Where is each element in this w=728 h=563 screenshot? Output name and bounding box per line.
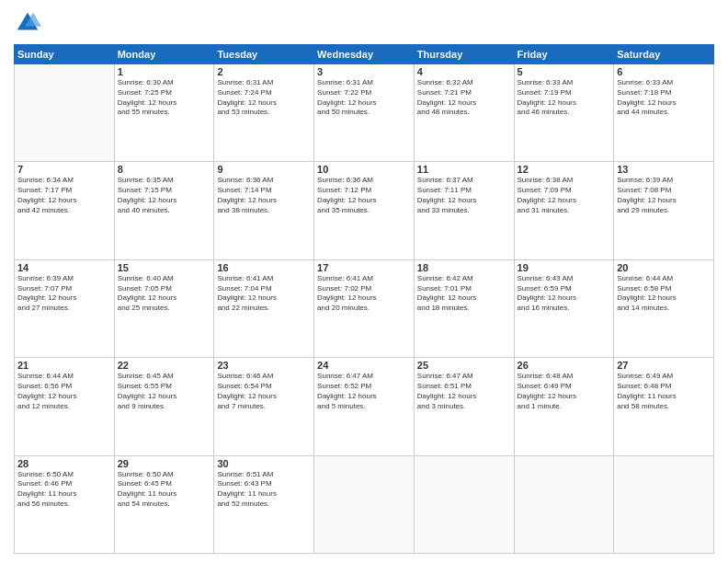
day-number: 10 — [317, 164, 411, 175]
day-info-line: Sunrise: 6:36 AM — [217, 176, 273, 184]
col-sunday: Sunday — [15, 45, 115, 64]
day-number: 5 — [518, 66, 611, 77]
day-info: Sunrise: 6:48 AMSunset: 6:49 PMDaylight:… — [518, 372, 611, 411]
table-row: 18Sunrise: 6:42 AMSunset: 7:01 PMDayligh… — [414, 259, 514, 357]
day-info-line: and 1 minute. — [518, 402, 562, 410]
day-info-line: Sunset: 7:05 PM — [118, 284, 172, 293]
calendar-week-row: 14Sunrise: 6:39 AMSunset: 7:07 PMDayligh… — [15, 259, 714, 357]
day-info-line: Daylight: 11 hours — [17, 489, 76, 498]
day-info: Sunrise: 6:37 AMSunset: 7:11 PMDaylight:… — [417, 176, 511, 215]
day-info-line: Sunrise: 6:39 AM — [17, 274, 74, 282]
table-row: 1Sunrise: 6:30 AMSunset: 7:25 PMDaylight… — [114, 64, 214, 162]
day-info-line: Daylight: 12 hours — [518, 98, 576, 107]
table-row: 26Sunrise: 6:48 AMSunset: 6:49 PMDayligh… — [514, 358, 614, 455]
day-number: 24 — [317, 360, 411, 371]
table-row: 2Sunrise: 6:31 AMSunset: 7:24 PMDaylight… — [214, 64, 314, 162]
day-info-line: Daylight: 12 hours — [617, 98, 676, 107]
day-info-line: Sunrise: 6:47 AM — [417, 372, 473, 380]
table-row — [314, 455, 415, 553]
day-info-line: Daylight: 12 hours — [217, 293, 276, 302]
day-info-line: Sunset: 7:11 PM — [417, 186, 472, 194]
table-row — [514, 455, 614, 553]
day-number: 6 — [617, 66, 711, 77]
day-info: Sunrise: 6:31 AMSunset: 7:24 PMDaylight:… — [217, 78, 311, 118]
day-info-line: and 55 minutes. — [118, 108, 170, 116]
day-info-line: and 38 minutes. — [217, 206, 269, 214]
day-info-line: and 46 minutes. — [518, 108, 570, 116]
day-info-line: Sunset: 7:08 PM — [617, 186, 671, 194]
day-number: 7 — [17, 164, 111, 175]
day-info-line: and 48 minutes. — [417, 108, 470, 116]
day-info: Sunrise: 6:47 AMSunset: 6:51 PMDaylight:… — [417, 372, 511, 411]
day-info: Sunrise: 6:36 AMSunset: 7:12 PMDaylight:… — [317, 176, 411, 215]
day-number: 28 — [17, 458, 111, 469]
table-row: 29Sunrise: 6:50 AMSunset: 6:45 PMDayligh… — [114, 455, 214, 553]
day-info-line: and 3 minutes. — [417, 402, 465, 410]
day-info: Sunrise: 6:40 AMSunset: 7:05 PMDaylight:… — [118, 274, 211, 314]
day-info-line: Daylight: 12 hours — [118, 392, 176, 400]
col-saturday: Saturday — [614, 45, 714, 64]
day-info-line: Daylight: 12 hours — [417, 196, 476, 204]
day-info-line: and 52 minutes. — [217, 500, 269, 508]
day-number: 22 — [118, 360, 211, 371]
day-info-line: Sunrise: 6:41 AM — [317, 274, 373, 282]
day-info-line: Sunset: 7:02 PM — [317, 284, 371, 293]
day-info: Sunrise: 6:33 AMSunset: 7:19 PMDaylight:… — [518, 78, 611, 118]
table-row: 30Sunrise: 6:51 AMSunset: 6:43 PMDayligh… — [214, 455, 314, 553]
header — [14, 9, 714, 37]
day-info-line: and 16 minutes. — [518, 304, 570, 312]
day-info-line: Daylight: 12 hours — [518, 392, 576, 400]
day-info-line: Sunrise: 6:35 AM — [118, 176, 174, 184]
day-info-line: Sunrise: 6:34 AM — [17, 176, 74, 184]
day-info-line: Sunrise: 6:50 AM — [118, 470, 174, 478]
day-info-line: and 5 minutes. — [317, 402, 365, 410]
day-info-line: and 29 minutes. — [617, 206, 669, 214]
day-info-line: and 42 minutes. — [17, 206, 70, 214]
day-number: 27 — [617, 360, 711, 371]
day-info-line: Sunset: 6:51 PM — [417, 382, 472, 390]
day-info: Sunrise: 6:45 AMSunset: 6:55 PMDaylight:… — [118, 372, 211, 411]
day-number: 8 — [118, 164, 211, 175]
table-row: 5Sunrise: 6:33 AMSunset: 7:19 PMDaylight… — [514, 64, 614, 162]
day-info-line: Sunset: 7:25 PM — [118, 88, 172, 97]
day-number: 18 — [417, 262, 511, 273]
day-info-line: Sunrise: 6:36 AM — [317, 176, 373, 184]
day-info-line: and 22 minutes. — [217, 304, 269, 312]
table-row: 20Sunrise: 6:44 AMSunset: 6:58 PMDayligh… — [614, 259, 714, 357]
day-info-line: Sunset: 6:52 PM — [317, 382, 371, 390]
logo-icon — [14, 9, 41, 37]
day-info: Sunrise: 6:31 AMSunset: 7:22 PMDaylight:… — [317, 78, 411, 118]
day-info: Sunrise: 6:47 AMSunset: 6:52 PMDaylight:… — [317, 372, 411, 411]
day-info-line: and 53 minutes. — [217, 108, 269, 116]
day-info: Sunrise: 6:43 AMSunset: 6:59 PMDaylight:… — [518, 274, 611, 314]
day-info-line: Sunrise: 6:37 AM — [417, 176, 473, 184]
day-info-line: Daylight: 12 hours — [17, 196, 76, 204]
col-friday: Friday — [514, 45, 614, 64]
day-info-line: Sunrise: 6:31 AM — [317, 78, 373, 86]
table-row — [614, 455, 714, 553]
day-info-line: and 58 minutes. — [617, 402, 669, 410]
day-info: Sunrise: 6:38 AMSunset: 7:09 PMDaylight:… — [518, 176, 611, 215]
calendar-table: Sunday Monday Tuesday Wednesday Thursday… — [14, 44, 714, 554]
day-info-line: Daylight: 12 hours — [317, 196, 376, 204]
day-info-line: Sunset: 7:19 PM — [518, 88, 572, 97]
day-info-line: and 50 minutes. — [317, 108, 370, 116]
day-info-line: and 9 minutes. — [118, 402, 165, 410]
day-info-line: Sunset: 6:56 PM — [17, 382, 72, 390]
day-info-line: Sunset: 6:45 PM — [118, 479, 172, 488]
day-info: Sunrise: 6:49 AMSunset: 6:48 PMDaylight:… — [617, 372, 711, 411]
day-info-line: and 35 minutes. — [317, 206, 370, 214]
day-info-line: Daylight: 12 hours — [118, 98, 176, 107]
day-info-line: Sunrise: 6:49 AM — [617, 372, 673, 380]
day-info-line: Sunset: 6:58 PM — [617, 284, 671, 293]
day-info-line: Sunrise: 6:30 AM — [118, 78, 174, 86]
table-row — [15, 64, 115, 162]
day-info: Sunrise: 6:41 AMSunset: 7:02 PMDaylight:… — [317, 274, 411, 314]
day-info-line: Sunrise: 6:32 AM — [417, 78, 473, 86]
day-info-line: Sunrise: 6:44 AM — [17, 372, 74, 380]
day-info-line: and 12 minutes. — [17, 402, 70, 410]
day-info-line: Daylight: 11 hours — [217, 489, 276, 498]
day-info-line: Sunset: 6:59 PM — [518, 284, 572, 293]
day-number: 12 — [518, 164, 611, 175]
day-number: 23 — [217, 360, 311, 371]
